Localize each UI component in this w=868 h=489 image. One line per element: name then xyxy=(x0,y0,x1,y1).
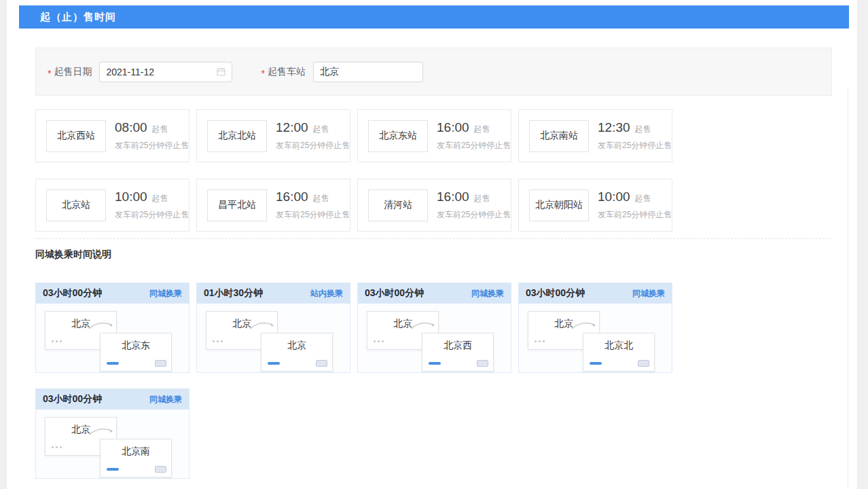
sale-time: 08:00 xyxy=(115,120,147,135)
transfer-duration: 03小时00分钟 xyxy=(43,287,102,300)
sale-suffix: 起售 xyxy=(313,124,329,135)
route-line-icon xyxy=(590,362,602,365)
section-header-bar: 起（止）售时间 xyxy=(19,5,849,29)
sale-suffix: 起售 xyxy=(474,124,490,135)
transfer-type-link[interactable]: 同城换乘 xyxy=(149,394,182,405)
query-form: * 起售日期 2021-11-12 * 起售车站 xyxy=(35,48,832,96)
sale-date-label: 起售日期 xyxy=(54,66,92,78)
sale-time-card: 北京朝阳站 10:00起售 发车前25分钟停止售 xyxy=(518,179,672,232)
mini-card-icon xyxy=(316,360,327,367)
sale-time: 16:00 xyxy=(276,189,308,204)
sale-time: 16:00 xyxy=(437,120,469,135)
station-name-box: 清河站 xyxy=(368,189,428,221)
route-dots-icon xyxy=(535,333,547,345)
sale-time-card: 昌平北站 16:00起售 发车前25分钟停止售 xyxy=(196,179,350,232)
transfer-card: 01小时30分钟 站内换乘 北京 北京 xyxy=(196,283,350,373)
transfer-card-header: 01小时30分钟 站内换乘 xyxy=(197,283,350,304)
sale-time: 12:30 xyxy=(598,120,630,135)
station-name-box: 北京朝阳站 xyxy=(529,189,589,221)
sale-station-label: 起售车站 xyxy=(268,66,306,78)
sale-info: 10:00起售 发车前25分钟停止售 xyxy=(115,189,189,221)
sale-suffix: 起售 xyxy=(635,124,651,135)
transfer-type-link[interactable]: 同城换乘 xyxy=(632,288,665,300)
transfer-to-box: 北京 xyxy=(261,333,333,372)
station-name: 北京东站 xyxy=(379,130,417,142)
station-name: 北京朝阳站 xyxy=(535,199,583,211)
route-dots-icon xyxy=(52,333,64,345)
sale-time: 16:00 xyxy=(437,189,469,204)
sale-time: 10:00 xyxy=(598,189,630,204)
sale-note: 发车前25分钟停止售 xyxy=(598,209,672,221)
transfer-card-header: 03小时00分钟 同城换乘 xyxy=(36,283,189,304)
transfer-to-box: 北京南 xyxy=(100,439,172,477)
transfer-grid: 03小时00分钟 同城换乘 北京 北京东 xyxy=(35,283,857,479)
transfer-card-header: 03小时00分钟 同城换乘 xyxy=(358,283,511,304)
sale-note: 发车前25分钟停止售 xyxy=(437,209,511,221)
transfer-to-box: 北京东 xyxy=(100,333,172,372)
transfer-card: 03小时00分钟 同城换乘 北京 北京北 xyxy=(518,283,672,373)
sale-date-field-group: * 起售日期 2021-11-12 xyxy=(48,62,232,82)
sale-suffix: 起售 xyxy=(635,193,651,204)
sale-note: 发车前25分钟停止售 xyxy=(276,209,350,221)
sale-info: 16:00起售 发车前25分钟停止售 xyxy=(437,120,511,151)
sale-time-card: 北京南站 12:30起售 发车前25分钟停止售 xyxy=(518,109,672,162)
sale-date-input[interactable]: 2021-11-12 xyxy=(99,62,232,82)
route-dots-icon xyxy=(52,439,64,451)
required-asterisk: * xyxy=(261,68,264,79)
transfer-duration: 03小时00分钟 xyxy=(365,287,424,300)
transfer-card: 03小时00分钟 同城换乘 北京 北京东 xyxy=(35,283,189,373)
transfer-arrow-icon xyxy=(249,320,277,333)
sale-info: 10:00起售 发车前25分钟停止售 xyxy=(598,189,672,221)
transfer-duration: 01小时30分钟 xyxy=(204,287,263,300)
station-name: 昌平北站 xyxy=(218,199,256,211)
sale-info: 12:00起售 发车前25分钟停止售 xyxy=(276,120,350,151)
mini-card-icon xyxy=(155,466,166,473)
transfer-arrow-icon xyxy=(88,426,116,439)
station-name: 北京西站 xyxy=(57,130,95,142)
transfer-type-link[interactable]: 站内换乘 xyxy=(310,288,343,300)
route-dots-icon xyxy=(213,333,225,345)
dashed-divider xyxy=(35,238,831,239)
sale-info: 16:00起售 发车前25分钟停止售 xyxy=(437,189,511,221)
transfer-to-station: 北京北 xyxy=(583,340,654,352)
mini-card-icon xyxy=(155,360,166,367)
sale-suffix: 起售 xyxy=(152,193,168,204)
transfer-card-body: 北京 北京北 xyxy=(519,304,672,372)
sale-time: 12:00 xyxy=(276,120,308,135)
transfer-card: 03小时00分钟 同城换乘 北京 北京南 xyxy=(35,388,189,479)
panel-right-divider xyxy=(848,87,848,489)
route-line-icon xyxy=(268,362,280,365)
transfer-arrow-icon xyxy=(88,320,116,333)
sale-station-input[interactable]: 北京 xyxy=(313,62,423,82)
station-name-box: 北京南站 xyxy=(529,120,589,152)
route-line-icon xyxy=(107,468,119,471)
transfer-arrow-icon xyxy=(410,320,438,333)
station-name: 北京站 xyxy=(62,199,90,211)
sale-info: 08:00起售 发车前25分钟停止售 xyxy=(115,120,189,151)
station-name: 北京北站 xyxy=(218,130,256,142)
sale-note: 发车前25分钟停止售 xyxy=(115,209,189,221)
sale-time-grid: 北京西站 08:00起售 发车前25分钟停止售 北京北站 12:00起售 发车前… xyxy=(35,109,857,232)
transfer-card-body: 北京 北京东 xyxy=(36,304,189,372)
sale-station-value: 北京 xyxy=(320,66,339,78)
transfer-card-body: 北京 北京 xyxy=(197,304,350,372)
transfer-card: 03小时00分钟 同城换乘 北京 北京西 xyxy=(357,283,511,373)
station-name: 北京南站 xyxy=(540,130,578,142)
sale-info: 16:00起售 发车前25分钟停止售 xyxy=(276,189,350,221)
route-line-icon xyxy=(107,362,119,365)
calendar-icon[interactable] xyxy=(217,67,225,76)
transfer-type-link[interactable]: 同城换乘 xyxy=(471,288,504,300)
sale-note: 发车前25分钟停止售 xyxy=(115,140,189,151)
transfer-card-body: 北京 北京西 xyxy=(358,304,511,372)
sale-suffix: 起售 xyxy=(152,124,168,135)
transfer-card-header: 03小时00分钟 同城换乘 xyxy=(36,389,189,410)
transfer-card-header: 03小时00分钟 同城换乘 xyxy=(519,283,672,304)
required-asterisk: * xyxy=(48,68,51,79)
route-line-icon xyxy=(429,362,441,365)
transfer-type-link[interactable]: 同城换乘 xyxy=(149,288,182,300)
station-name-box: 北京北站 xyxy=(207,120,267,152)
sale-time-card: 北京站 10:00起售 发车前25分钟停止售 xyxy=(35,179,189,232)
transfer-card-body: 北京 北京南 xyxy=(36,410,189,478)
sale-station-field-group: * 起售车站 北京 xyxy=(261,62,422,82)
station-name-box: 北京西站 xyxy=(46,120,106,152)
